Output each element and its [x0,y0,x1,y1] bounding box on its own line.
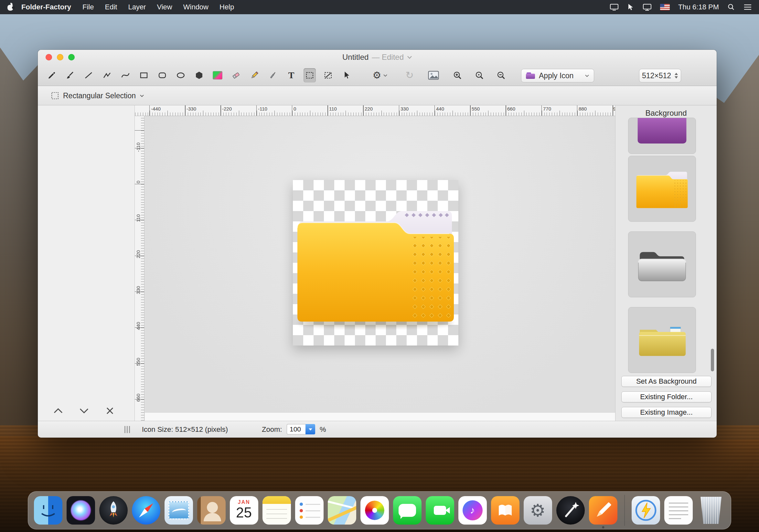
zoom-actual-size-button[interactable] [472,68,487,82]
dock-ibooks[interactable] [491,496,519,525]
purple-folder-icon [526,72,535,79]
app-menu-title[interactable]: Folder-Factory [21,3,71,11]
panel-scrollbar-thumb[interactable] [711,349,714,371]
polygon-tool[interactable] [193,68,205,82]
dock-siri[interactable] [66,496,95,525]
freehand-selection-tool[interactable] [322,68,334,82]
eraser-tool[interactable] [230,68,242,82]
chevron-down-icon[interactable] [140,95,144,97]
toolbar: T ⚙ ↻ [38,65,717,86]
spotlight-search-icon[interactable] [727,3,735,11]
dock-reminders[interactable] [295,496,324,525]
polyline-tool[interactable] [101,68,113,82]
ruler-label: 440 [136,322,141,330]
dock-maps[interactable] [328,496,356,525]
dock-finder[interactable] [34,496,62,525]
drag-grip-icon[interactable] [124,426,130,433]
background-thumb-manila-folder[interactable] [628,307,696,373]
dock-safari[interactable] [132,496,160,525]
rounded-rectangle-tool[interactable] [156,68,168,82]
background-thumb-purple-folder[interactable] [628,118,696,154]
dock-lightning-app[interactable] [632,496,660,525]
move-up-button[interactable] [48,404,69,418]
display-mirroring-icon[interactable] [610,4,619,11]
zoom-in-button[interactable] [450,68,464,82]
pencil-tool[interactable] [248,68,260,82]
curve-tool[interactable] [119,68,132,82]
ruler-label: 220 [136,250,141,258]
color-swatch[interactable] [212,68,224,82]
zoom-out-button[interactable] [494,68,508,82]
speech-bubble-icon [399,504,416,517]
move-down-button[interactable] [73,404,95,418]
existing-folder-button[interactable]: Existing Folder... [621,392,711,402]
dock-trash[interactable] [697,496,725,525]
screen: Folder-Factory File Edit Layer View Wind… [0,0,759,532]
zoom-dropdown-button[interactable] [305,424,315,435]
insert-image-button[interactable] [426,68,441,82]
ruler-label: 330 [136,286,141,294]
background-thumb-yellow-folder[interactable] [628,156,696,222]
gear-menu-button[interactable]: ⚙ [369,68,392,82]
music-note-icon: ♪ [462,500,483,520]
brush-tool[interactable] [64,68,76,82]
icon-transparency-canvas[interactable] [293,180,459,346]
ruler-label: 550 [472,106,480,111]
ruler-label: 660 [136,394,141,402]
pen-tool[interactable] [46,68,58,82]
selection-mode-label[interactable]: Rectangular Selection [63,92,136,100]
menu-help[interactable]: Help [220,3,234,11]
dock-facetime[interactable] [426,496,454,525]
calendar-day: 25 [230,505,258,520]
menu-view[interactable]: View [157,3,172,11]
dock-itunes[interactable]: ♪ [459,496,487,525]
stamp-icon [168,501,189,519]
dock-folder-factory[interactable] [589,496,618,525]
set-as-background-button[interactable]: Set As Background [621,376,711,387]
ellipse-tool[interactable] [175,68,187,82]
display-icon[interactable] [643,4,652,11]
dock-launchpad[interactable] [99,496,128,525]
title-chevron-icon[interactable] [407,56,412,59]
text-tool[interactable]: T [285,68,298,82]
title-bar[interactable]: Untitled — Edited [38,50,717,65]
ruler-label: -220 [222,106,232,111]
horizontal-scrollbar-track[interactable] [145,412,615,421]
dock-textedit[interactable] [664,496,693,525]
line-tool[interactable] [82,68,95,82]
editing-canvas[interactable] [145,116,615,421]
ruler-label: -110 [136,142,141,152]
dock-magic-app[interactable] [556,496,585,525]
pointer-device-icon[interactable] [627,3,634,11]
notification-center-icon[interactable] [743,4,752,11]
knife-tool[interactable] [267,68,279,82]
rectangular-selection-tool[interactable] [303,68,316,82]
dock-calendar[interactable]: JAN 25 [230,496,258,525]
ruler-label: 110 [329,106,337,111]
background-thumb-gray-folder[interactable] [628,231,696,297]
redo-button[interactable]: ↻ [402,68,417,82]
dock-system-preferences[interactable]: ⚙ [524,496,552,525]
rectangle-tool[interactable] [138,68,150,82]
delete-button[interactable] [99,404,121,418]
yellow-folder-artwork [293,180,459,346]
icon-size-stepper[interactable]: 512×512 [639,69,681,82]
input-source-us-flag-icon[interactable] [660,4,670,10]
zoom-input[interactable] [287,424,305,435]
menu-bar-clock[interactable]: Thu 6:18 PM [678,3,719,11]
menu-window[interactable]: Window [183,3,209,11]
dock-mail[interactable] [165,496,193,525]
dock-notes[interactable] [262,496,291,525]
cursor-tool[interactable] [340,68,353,82]
menu-edit[interactable]: Edit [105,3,117,11]
apply-icon-dropdown[interactable]: Apply Icon [521,69,594,82]
existing-image-button[interactable]: Existing Image... [621,407,711,418]
menu-file[interactable]: File [82,3,94,11]
dock-messages[interactable] [393,496,421,525]
menu-layer[interactable]: Layer [128,3,146,11]
dock-photos[interactable] [360,496,389,525]
ruler-label: 110 [136,214,141,222]
dock-contacts[interactable] [197,496,226,525]
apple-menu-icon[interactable] [7,3,14,11]
selection-marquee-icon [51,92,59,100]
